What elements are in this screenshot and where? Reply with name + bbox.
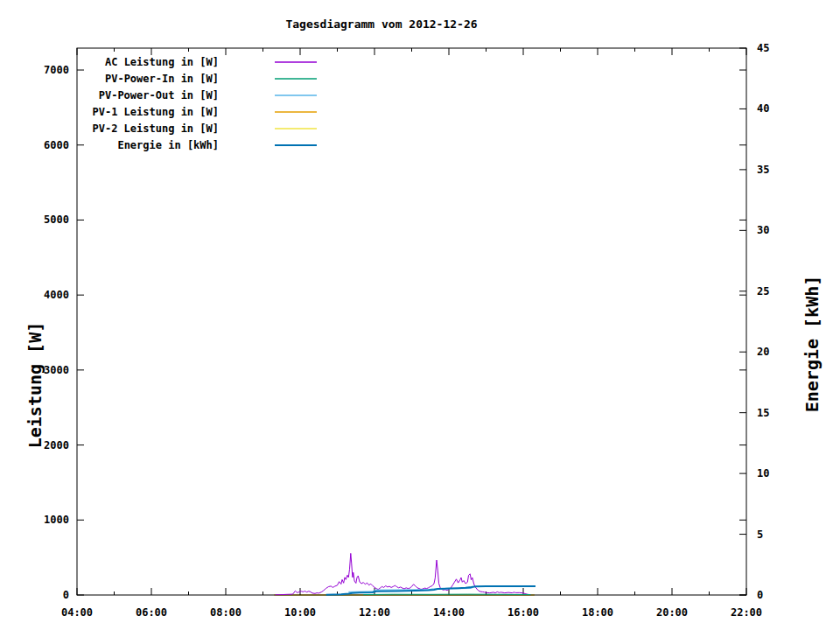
y2-tick-label: 15 [757,407,769,419]
legend-label-energie-in-kwh: Energie in [kWh] [117,139,219,151]
x-tick-label: 08:00 [210,606,242,619]
x-tick-label: 18:00 [582,606,613,619]
x-tick-label: 14:00 [433,606,465,619]
y1-tick-label: 1000 [44,514,69,526]
legend-label-pv-2-leistung-in-w: PV-2 Leistung in [W] [93,122,220,135]
series-line-energie-in-kwh [326,586,536,595]
x-tick-label: 22:00 [731,606,762,619]
legend-label-pv-1-leistung-in-w: PV-1 Leistung in [W] [93,106,220,118]
legend-label-pv-power-out-in-w: PV-Power-Out in [W] [99,89,219,102]
y-axis-left-label: Leistung [W] [24,322,46,449]
y1-tick-label: 5000 [44,214,69,226]
y1-tick-label: 0 [63,589,69,601]
y2-tick-label: 25 [757,285,769,298]
y-axis-right-label: Energie [kWh] [802,276,822,413]
x-tick-label: 10:00 [284,606,316,619]
legend-label-ac-leistung-in-w: AC Leistung in [W] [105,56,219,68]
legend-label-pv-power-in-in-w: PV-Power-In in [W] [105,73,219,85]
chart-title: Tagesdiagramm vom 2012-12-26 [285,18,477,31]
y2-tick-label: 20 [757,346,769,358]
y2-tick-label: 40 [757,102,769,115]
x-tick-label: 20:00 [656,606,688,619]
series-line-ac-leistung-in-w [276,553,531,594]
plot-page: Tagesdiagramm vom 2012-12-26 Leistung [W… [0,0,840,630]
x-tick-label: 16:00 [508,606,539,619]
y2-tick-label: 45 [757,42,769,54]
x-tick-label: 06:00 [136,606,167,619]
y2-tick-label: 5 [757,528,763,541]
x-tick-label: 04:00 [61,606,93,619]
y2-tick-label: 30 [757,224,769,236]
y2-tick-label: 10 [757,467,769,480]
y2-tick-label: 0 [757,589,763,601]
x-tick-label: 12:00 [359,606,390,619]
y1-tick-label: 2000 [44,439,69,452]
y1-tick-label: 3000 [44,364,69,376]
chart-canvas: 0100020003000400050006000700005101520253… [0,0,840,630]
y1-tick-label: 7000 [44,64,69,76]
y1-tick-label: 4000 [44,289,69,301]
y2-tick-label: 35 [757,164,769,176]
y1-tick-label: 6000 [44,139,69,151]
